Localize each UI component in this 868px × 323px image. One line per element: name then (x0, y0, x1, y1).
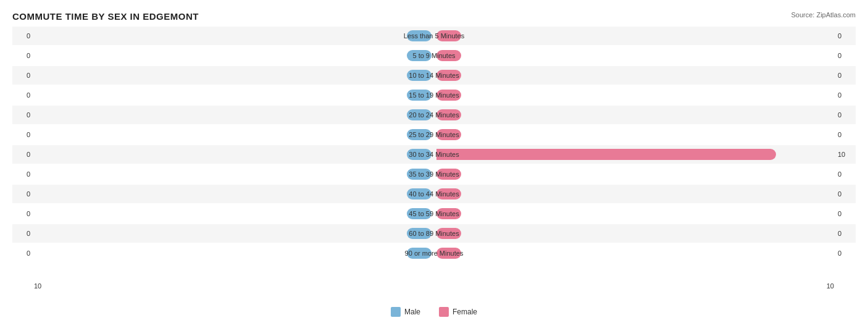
female-side (434, 125, 834, 144)
chart-title: COMMUTE TIME BY SEX IN EDGEMONT (12, 11, 199, 22)
left-value: 0 (12, 230, 34, 237)
left-value: 0 (12, 32, 34, 40)
left-value: 0 (12, 72, 34, 79)
bar-row: 030 to 34 Minutes10 (12, 145, 856, 164)
bar-row: 05 to 9 Minutes0 (12, 46, 856, 65)
bars-center: 20 to 24 Minutes (34, 106, 834, 124)
bar-label: 30 to 34 Minutes (409, 151, 459, 158)
bar-row: 010 to 14 Minutes0 (12, 66, 856, 85)
bar-label: 60 to 89 Minutes (409, 230, 459, 237)
bars-center: 25 to 29 Minutes (34, 125, 834, 144)
bar-label: 90 or more Minutes (405, 250, 464, 257)
bar-label: 45 to 59 Minutes (409, 210, 459, 217)
bar-label: Less than 5 Minutes (404, 32, 464, 40)
bar-label: 10 to 14 Minutes (409, 72, 459, 79)
female-side (434, 106, 834, 124)
bottom-labels: 10 10 (12, 282, 856, 290)
left-value: 0 (12, 210, 34, 217)
bar-label: 5 to 9 Minutes (412, 52, 455, 59)
male-side (34, 46, 434, 65)
bars-center: 10 to 14 Minutes (34, 66, 834, 85)
right-value: 0 (834, 190, 856, 198)
male-side (34, 224, 434, 243)
bars-center: 35 to 39 Minutes (34, 165, 834, 183)
bar-row: 035 to 39 Minutes0 (12, 165, 856, 183)
female-bar (436, 149, 776, 160)
left-value: 0 (12, 91, 34, 99)
female-side (434, 46, 834, 65)
legend-male: Male (391, 307, 420, 317)
bar-row: 040 to 44 Minutes0 (12, 185, 856, 203)
bars-center: 15 to 19 Minutes (34, 86, 834, 104)
female-side (434, 185, 834, 203)
bars-center: 90 or more Minutes (34, 244, 834, 262)
left-value: 0 (12, 111, 34, 119)
right-value: 0 (834, 210, 856, 217)
male-side (34, 125, 434, 144)
bars-center: 60 to 89 Minutes (34, 224, 834, 243)
legend: Male Female (391, 307, 477, 317)
male-side (34, 106, 434, 124)
legend-female: Female (439, 307, 477, 317)
bars-center: 30 to 34 Minutes (34, 145, 834, 164)
bar-row: 0Less than 5 Minutes0 (12, 27, 856, 45)
bottom-right-label: 10 (827, 282, 834, 290)
female-side (434, 204, 834, 223)
female-side (434, 66, 834, 85)
right-value: 0 (834, 250, 856, 257)
male-swatch (391, 307, 401, 317)
female-label: Female (453, 308, 477, 316)
bar-row: 045 to 59 Minutes0 (12, 204, 856, 223)
female-swatch (439, 307, 449, 317)
male-side (34, 66, 434, 85)
bars-center: Less than 5 Minutes (34, 27, 834, 45)
male-side (34, 27, 434, 45)
male-side (34, 165, 434, 183)
left-value: 0 (12, 151, 34, 158)
female-side (434, 86, 834, 104)
left-value: 0 (12, 250, 34, 257)
bars-center: 5 to 9 Minutes (34, 46, 834, 65)
right-value: 0 (834, 91, 856, 99)
chart-container: COMMUTE TIME BY SEX IN EDGEMONT Source: … (0, 0, 868, 323)
bar-row: 015 to 19 Minutes0 (12, 86, 856, 104)
bar-label: 20 to 24 Minutes (409, 111, 459, 119)
left-value: 0 (12, 170, 34, 178)
female-side (434, 244, 834, 262)
bar-label: 15 to 19 Minutes (409, 91, 459, 99)
bar-label: 25 to 29 Minutes (409, 131, 459, 138)
female-side (434, 145, 834, 164)
bar-row: 020 to 24 Minutes0 (12, 106, 856, 124)
right-value: 10 (834, 151, 856, 158)
right-value: 0 (834, 32, 856, 40)
male-label: Male (404, 308, 420, 316)
bar-row: 060 to 89 Minutes0 (12, 224, 856, 243)
bar-label: 40 to 44 Minutes (409, 190, 459, 198)
right-value: 0 (834, 72, 856, 79)
male-side (34, 204, 434, 223)
male-side (34, 244, 434, 262)
female-side (434, 27, 834, 45)
right-value: 0 (834, 170, 856, 178)
right-value: 0 (834, 52, 856, 59)
bottom-left-label: 10 (34, 282, 41, 290)
title-row: COMMUTE TIME BY SEX IN EDGEMONT Source: … (12, 11, 856, 22)
right-value: 0 (834, 111, 856, 119)
male-side (34, 145, 434, 164)
bars-center: 45 to 59 Minutes (34, 204, 834, 223)
source-text: Source: ZipAtlas.com (791, 11, 856, 19)
male-side (34, 185, 434, 203)
female-side (434, 165, 834, 183)
bar-label: 35 to 39 Minutes (409, 170, 459, 178)
right-value: 0 (834, 230, 856, 237)
left-value: 0 (12, 190, 34, 198)
male-side (34, 86, 434, 104)
bar-row: 025 to 29 Minutes0 (12, 125, 856, 144)
left-value: 0 (12, 52, 34, 59)
right-value: 0 (834, 131, 856, 138)
female-side (434, 224, 834, 243)
bars-center: 40 to 44 Minutes (34, 185, 834, 203)
chart-area: 0Less than 5 Minutes005 to 9 Minutes0010… (12, 27, 856, 280)
left-value: 0 (12, 131, 34, 138)
bar-row: 090 or more Minutes0 (12, 244, 856, 262)
